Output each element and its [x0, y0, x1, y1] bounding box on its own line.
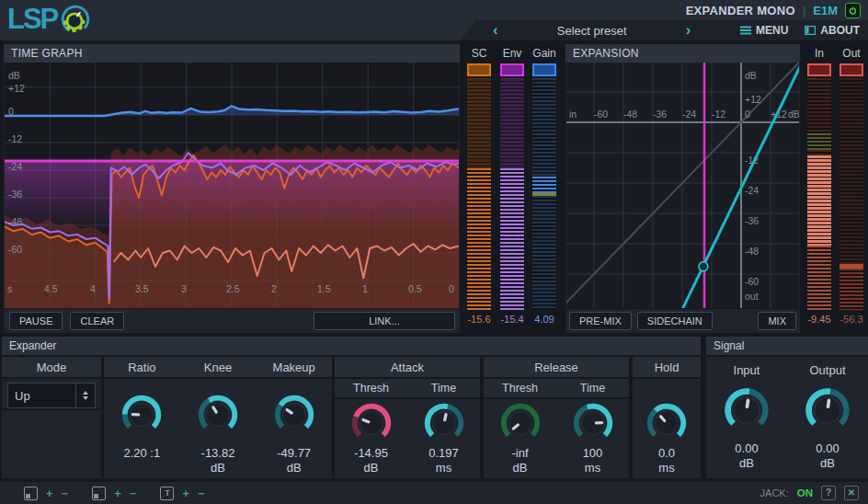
knee-knob[interactable] [195, 392, 241, 438]
power-icon[interactable] [845, 3, 861, 18]
makeup-knob[interactable] [271, 392, 317, 438]
signal-output-knob[interactable] [802, 384, 853, 436]
makeup-unit: dB [287, 461, 302, 475]
signal-output-unit: dB [820, 456, 835, 471]
preset-name[interactable]: Select preset [502, 24, 682, 38]
time-graph-plot: dB+120-12-24-36-48-60s4.543.532.521.510.… [5, 63, 459, 308]
out-meter-label: Out [839, 44, 863, 63]
ui-scale-icon[interactable] [92, 487, 106, 500]
in-meter-cap [807, 63, 831, 76]
ratio-value: 2.20 :1 [123, 446, 160, 461]
jack-state: ON [797, 487, 813, 498]
expansion-title: EXPANSION [565, 44, 800, 63]
about-button[interactable]: ABOUT [796, 20, 868, 40]
release-thresh-knob[interactable] [497, 400, 543, 446]
preset-prev-icon[interactable]: ‹ [489, 21, 502, 40]
menu-icon [740, 26, 751, 35]
font-scale-icon[interactable]: T [160, 487, 174, 500]
signal-section-title: Signal [706, 337, 868, 355]
ui-scale-group: + − [92, 487, 136, 500]
hold-value: 0.0 [658, 446, 675, 461]
sc-meter: SC -15.6 [467, 44, 491, 325]
expansion-footer: PRE-MIX SIDECHAIN MIX [565, 308, 800, 333]
graph-scale-minus-button[interactable]: − [62, 487, 69, 499]
release-header: Release [484, 357, 629, 377]
sidechain-button[interactable]: SIDECHAIN [637, 312, 713, 330]
attack-thresh-knob[interactable] [348, 400, 394, 446]
ui-scale-minus-button[interactable]: − [130, 487, 137, 499]
attack-thresh-unit: dB [364, 461, 379, 475]
makeup-value: -49.77 [277, 446, 311, 461]
attack-time-value: 0.197 [428, 446, 459, 461]
hold-knob[interactable] [644, 400, 690, 446]
mix-button[interactable]: MIX [758, 312, 796, 330]
menu-button[interactable]: MENU [732, 20, 796, 40]
gain-meter: Gain 4.09 [532, 44, 556, 325]
ratio-label: Ratio [104, 361, 180, 374]
in-meter-bar [807, 78, 831, 310]
sc-meter-bar [467, 78, 491, 310]
attack-time-knob[interactable] [421, 400, 467, 446]
out-meter-value: -56.3 [839, 314, 863, 325]
top-bar: LSP EXPANDER MONO | E1M [0, 0, 868, 40]
signal-input-knob[interactable] [721, 384, 772, 436]
signal-input-label: Input [734, 363, 760, 378]
in-meter-value: -9.45 [807, 314, 831, 325]
gain-meter-value: 4.09 [532, 314, 556, 325]
release-time-value: 100 [583, 446, 603, 461]
mode-header: Mode [2, 357, 101, 377]
font-scale-group: T + − [160, 487, 204, 500]
link-button[interactable]: LINK... [314, 312, 455, 330]
sc-meter-value: -15.6 [467, 314, 491, 325]
graph-scale-plus-button[interactable]: + [46, 487, 53, 499]
menu-label: MENU [756, 24, 788, 37]
out-meter-bar [839, 78, 863, 310]
ui-scale-plus-button[interactable]: + [114, 487, 121, 499]
env-meter-label: Env [500, 44, 524, 63]
pause-button[interactable]: PAUSE [9, 312, 63, 330]
signal-input-unit: dB [739, 456, 754, 471]
clear-button[interactable]: CLEAR [70, 312, 124, 330]
env-meter: Env -15.4 [500, 44, 524, 325]
time-graph-footer: PAUSE CLEAR LINK... [4, 308, 460, 333]
attack-time-unit: ms [436, 461, 451, 475]
makeup-label: Makeup [256, 361, 332, 374]
about-icon [805, 26, 816, 35]
mode-select[interactable]: Up [7, 383, 96, 408]
ratio-knob[interactable] [119, 392, 165, 438]
meter-segment [532, 177, 556, 193]
graph-scale-icon[interactable] [24, 487, 38, 500]
release-time-unit: ms [585, 461, 600, 475]
jack-disconnect-icon[interactable]: ✕ [844, 486, 859, 500]
bottom-section: Expander Signal Mode Up Ratio Knee Makeu… [0, 337, 868, 478]
expander-section-title: Expander [2, 337, 701, 355]
release-time-knob[interactable] [570, 400, 616, 446]
font-scale-minus-button[interactable]: − [198, 487, 205, 499]
lsp-logo[interactable]: LSP [7, 2, 93, 37]
release-thresh-unit: dB [513, 461, 528, 475]
sc-meter-label: SC [467, 44, 491, 63]
meter-segment [807, 133, 831, 150]
attack-subheader: Thresh Time [335, 379, 480, 397]
mode-spinner-icon[interactable] [75, 384, 95, 407]
title-right: EXPANDER MONO | E1M [686, 0, 861, 20]
release-time-label: Time [556, 382, 629, 395]
signal-output-value: 0.00 [816, 441, 839, 456]
logo-text: LSP [7, 2, 57, 37]
meter-segment [467, 78, 491, 168]
about-label: ABOUT [820, 24, 860, 37]
premix-button[interactable]: PRE-MIX [569, 312, 632, 330]
meter-segment [807, 246, 831, 310]
out-meter: Out -56.3 [839, 44, 863, 325]
hold-header: Hold [633, 357, 701, 377]
preset-next-icon[interactable]: › [682, 21, 695, 40]
attack-thresh-label: Thresh [335, 382, 407, 395]
help-icon[interactable]: ? [821, 486, 836, 500]
font-scale-plus-button[interactable]: + [182, 487, 189, 499]
attack-body: -14.95 dB 0.197 ms [335, 399, 480, 478]
meter-segment [807, 155, 831, 246]
preset-bar: ‹ Select preset › MENU ABOUT [460, 20, 868, 40]
mode-empty-cell [2, 410, 101, 478]
meter-segment [807, 78, 831, 133]
jack-status: JACK: ON ? ✕ [760, 486, 859, 500]
